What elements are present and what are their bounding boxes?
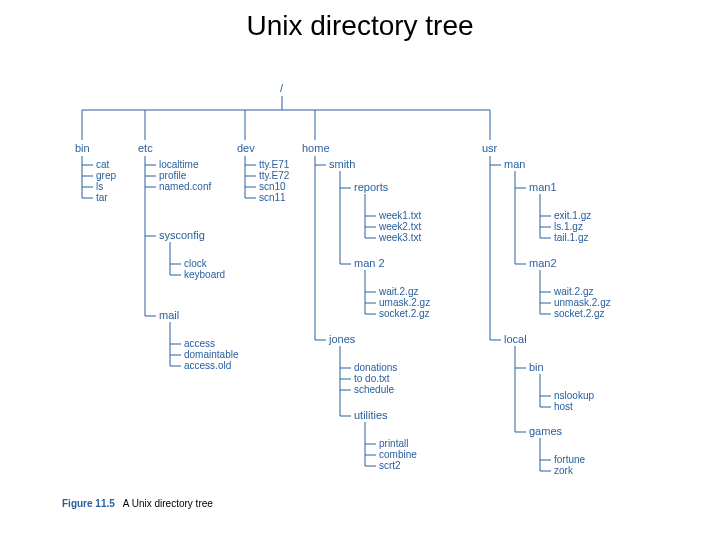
dir-mail: mail [159, 309, 179, 321]
dir-local-bin: bin [529, 361, 544, 373]
file-bin-2: ls [96, 181, 103, 192]
file-man1-2: tail.1.gz [554, 232, 588, 243]
dir-usr-man: man [504, 158, 525, 170]
file-man1-1: ls.1.gz [554, 221, 583, 232]
file-bin-3: tar [96, 192, 108, 203]
file-dev-1: tty.E72 [259, 170, 290, 181]
file-local-bin-1: host [554, 401, 573, 412]
file-dev-3: scn11 [259, 192, 286, 203]
svg-text:Figure 11.5A Unix directory tr: Figure 11.5A Unix directory tree [62, 498, 213, 509]
file-sysconfig-1: keyboard [184, 269, 225, 280]
dir-etc: etc [138, 142, 153, 154]
dir-home: home [302, 142, 330, 154]
file-man2-0: wait.2.gz [553, 286, 593, 297]
file-etc-1: profile [159, 170, 187, 181]
file-man2-1: unmask.2.gz [554, 297, 611, 308]
file-reports-2: week3.txt [378, 232, 421, 243]
file-games-1: zork [554, 465, 574, 476]
file-man2-2: socket.2.gz [554, 308, 605, 319]
file-util-2: scrt2 [379, 460, 401, 471]
file-etc-0: localtime [159, 159, 199, 170]
dir-smith: smith [329, 158, 355, 170]
file-smith-man2-1: umask.2.gz [379, 297, 430, 308]
file-jones-1: to do.txt [354, 373, 390, 384]
dir-utilities: utilities [354, 409, 388, 421]
caption-text: A Unix directory tree [123, 498, 213, 509]
dir-dev: dev [237, 142, 255, 154]
dir-bin: bin [75, 142, 90, 154]
file-dev-0: tty.E71 [259, 159, 290, 170]
dir-sysconfig: sysconfig [159, 229, 205, 241]
file-bin-0: cat [96, 159, 110, 170]
file-mail-2: access.old [184, 360, 231, 371]
file-jones-0: donations [354, 362, 397, 373]
file-reports-1: week2.txt [378, 221, 421, 232]
file-local-bin-0: nslookup [554, 390, 594, 401]
caption-label: Figure 11.5 [62, 498, 115, 509]
dir-usr: usr [482, 142, 498, 154]
file-mail-0: access [184, 338, 215, 349]
dir-man2: man2 [529, 257, 557, 269]
file-sysconfig-0: clock [184, 258, 208, 269]
dir-games: games [529, 425, 563, 437]
dir-local: local [504, 333, 527, 345]
file-games-0: fortune [554, 454, 586, 465]
file-util-0: printall [379, 438, 408, 449]
file-mail-1: domaintable [184, 349, 239, 360]
file-bin-1: grep [96, 170, 116, 181]
dir-jones: jones [328, 333, 356, 345]
root-label: / [280, 82, 284, 94]
file-etc-2: named.conf [159, 181, 211, 192]
file-man1-0: exit.1.gz [554, 210, 591, 221]
file-jones-2: schedule [354, 384, 394, 395]
file-dev-2: scn10 [259, 181, 286, 192]
tree-diagram: / bin cat grep ls tar etc localtime prof… [0, 0, 720, 540]
file-reports-0: week1.txt [378, 210, 421, 221]
dir-smith-man2: man 2 [354, 257, 385, 269]
file-smith-man2-0: wait.2.gz [378, 286, 418, 297]
dir-reports: reports [354, 181, 389, 193]
dir-man1: man1 [529, 181, 557, 193]
file-smith-man2-2: socket.2.gz [379, 308, 430, 319]
file-util-1: combine [379, 449, 417, 460]
